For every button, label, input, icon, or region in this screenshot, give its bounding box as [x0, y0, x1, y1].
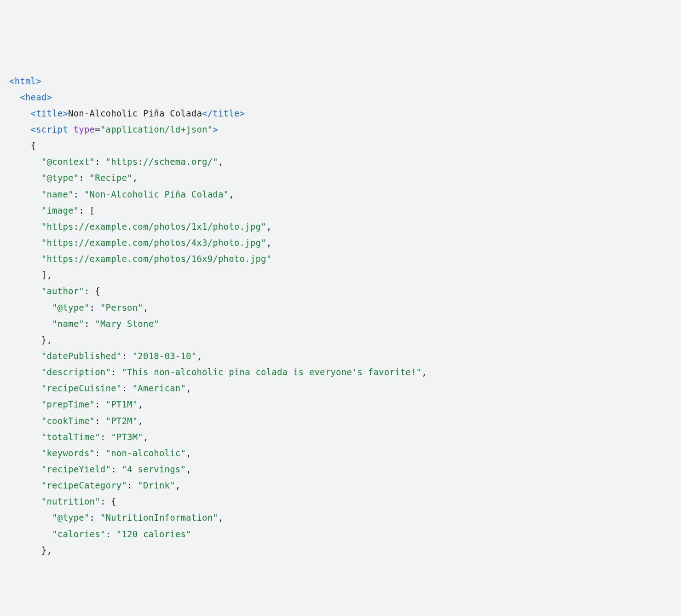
- json-key-recipeyield: "recipeYield": [41, 464, 111, 474]
- script-tag: script: [36, 124, 68, 134]
- json-val-cooktime: "PT2M": [106, 416, 138, 426]
- json-val-context: "https://schema.org/": [106, 157, 218, 167]
- json-key-nutrition: "nutrition": [41, 496, 100, 506]
- json-key-author-type: "@type": [52, 302, 89, 313]
- json-val-totaltime: "PT3M": [111, 432, 143, 442]
- json-key-nutrition-type: "@type": [52, 512, 89, 523]
- type-attr-value: "application/ld+json": [100, 124, 213, 134]
- json-val-image-0: "https://example.com/photos/1x1/photo.jp…: [41, 221, 266, 232]
- json-key-datepublished: "datePublished": [41, 351, 122, 361]
- json-val-name: "Non-Alcoholic Piña Colada": [84, 189, 229, 199]
- json-val-preptime: "PT1M": [106, 399, 138, 409]
- json-key-description: "description": [41, 367, 111, 377]
- json-key-totaltime: "totalTime": [41, 432, 100, 442]
- json-val-description: "This non-alcoholic pina colada is every…: [121, 367, 421, 377]
- json-key-context: "@context": [41, 157, 95, 167]
- json-key-name: "name": [41, 189, 74, 199]
- json-val-nutrition-type: "NutritionInformation": [100, 512, 218, 523]
- json-key-author-name: "name": [52, 319, 84, 329]
- type-attr: type: [74, 124, 95, 134]
- json-key-cooktime: "cookTime": [41, 416, 95, 426]
- json-key-calories: "calories": [52, 529, 105, 539]
- json-val-author-type: "Person": [100, 302, 143, 313]
- json-key-author: "author": [41, 286, 84, 296]
- json-val-datepublished: "2018-03-10": [133, 351, 197, 361]
- json-key-image: "image": [41, 205, 79, 215]
- head-tag: head: [25, 92, 47, 102]
- json-key-preptime: "prepTime": [41, 399, 95, 409]
- json-val-recipeyield: "4 servings": [121, 464, 186, 474]
- title-tag-open: title: [36, 108, 63, 118]
- json-val-recipecategory: "Drink": [138, 480, 175, 490]
- code-block: <html> <head> <title>Non-Alcoholic Piña …: [9, 73, 672, 558]
- json-val-type: "Recipe": [90, 173, 133, 183]
- json-val-recipecuisine: "American": [133, 383, 186, 393]
- title-tag-close: title: [213, 108, 239, 118]
- json-val-image-2: "https://example.com/photos/16x9/photo.j…: [41, 254, 271, 264]
- json-val-keywords: "non-alcoholic": [106, 448, 186, 458]
- title-text: Non-Alcoholic Piña Colada: [68, 108, 202, 118]
- json-val-image-1: "https://example.com/photos/4x3/photo.jp…: [41, 238, 266, 248]
- json-key-type: "@type": [41, 173, 79, 183]
- html-tag: html: [15, 76, 36, 86]
- json-key-recipecategory: "recipeCategory": [41, 480, 127, 490]
- json-val-calories: "120 calories": [116, 529, 191, 539]
- json-key-keywords: "keywords": [41, 448, 95, 458]
- json-val-author-name: "Mary Stone": [95, 319, 159, 329]
- json-key-recipecuisine: "recipeCuisine": [41, 383, 122, 393]
